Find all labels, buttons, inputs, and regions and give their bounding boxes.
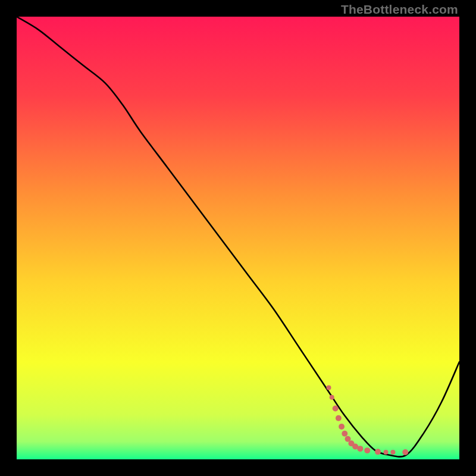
sample-dot [336, 415, 342, 421]
sample-dot [327, 385, 331, 390]
sample-dot [342, 431, 347, 437]
sample-dot [375, 449, 381, 455]
chart-frame: TheBottleneck.com [0, 0, 476, 476]
sample-dot [333, 405, 339, 411]
watermark-text: TheBottleneck.com [341, 2, 458, 17]
sample-dot [339, 424, 345, 430]
plot-area [17, 17, 459, 459]
bottleneck-curve [17, 17, 459, 457]
sample-dot [364, 447, 370, 453]
sample-dot [383, 450, 388, 455]
sample-dot [330, 395, 334, 400]
sample-dot [402, 449, 408, 455]
sample-dots [327, 385, 409, 455]
sample-dot [357, 446, 363, 452]
sample-dot [390, 450, 395, 455]
curve-layer [17, 17, 459, 459]
